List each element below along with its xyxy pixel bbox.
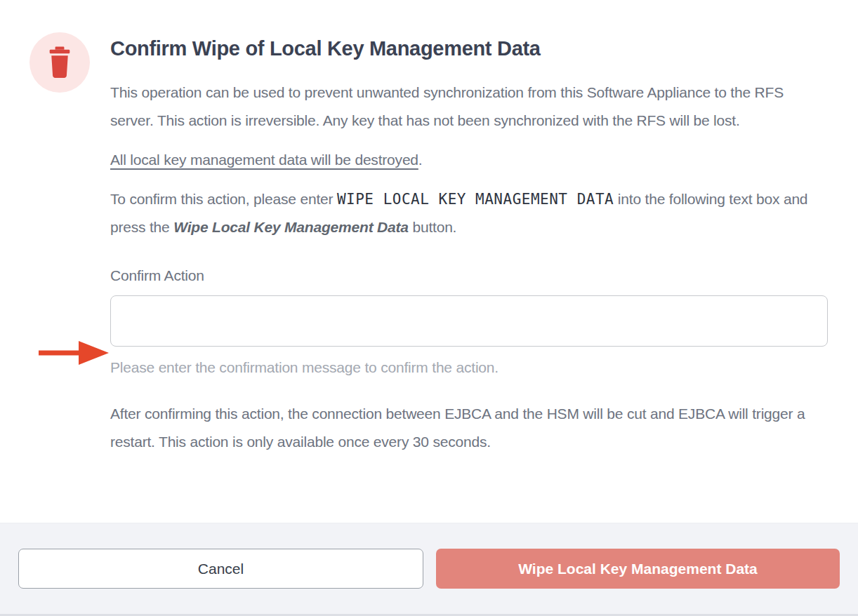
confirmation-code-text: WIPE LOCAL KEY MANAGEMENT DATA: [337, 191, 614, 208]
arrow-right-icon: [39, 340, 109, 366]
intro-paragraph: This operation can be used to prevent un…: [110, 79, 828, 135]
confirm-action-input[interactable]: [110, 295, 828, 347]
confirm-button-reference: Wipe Local Key Management Data: [173, 219, 409, 235]
dialog-content: Confirm Wipe of Local Key Management Dat…: [110, 35, 828, 456]
confirm-wipe-dialog: Confirm Wipe of Local Key Management Dat…: [0, 0, 858, 616]
confirm-instruction: To confirm this action, please enter WIP…: [110, 185, 828, 241]
cancel-button[interactable]: Cancel: [18, 549, 423, 589]
confirm-action-label: Confirm Action: [110, 267, 828, 285]
wipe-confirm-button[interactable]: Wipe Local Key Management Data: [436, 549, 840, 589]
destroy-warning-underlined: All local key management data will be de…: [110, 152, 418, 168]
outro-paragraph: After confirming this action, the connec…: [110, 400, 828, 456]
confirm-input-helper-text: Please enter the confirmation message to…: [110, 358, 828, 377]
destroy-warning-suffix: .: [418, 152, 423, 168]
trash-icon: [44, 45, 75, 80]
instruction-prefix: To confirm this action, please enter: [110, 191, 337, 207]
destroy-warning: All local key management data will be de…: [110, 146, 828, 174]
dialog-title: Confirm Wipe of Local Key Management Dat…: [110, 35, 828, 62]
dialog-footer: Cancel Wipe Local Key Management Data: [0, 523, 858, 616]
danger-icon-badge: [29, 32, 90, 93]
instruction-suffix: button.: [409, 219, 456, 235]
